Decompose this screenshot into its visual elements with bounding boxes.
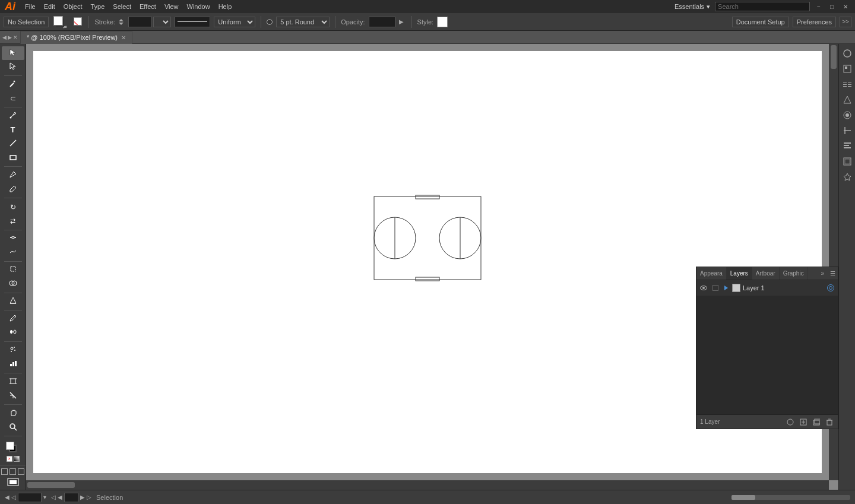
stroke-unit-dropdown[interactable] <box>153 17 171 27</box>
symbols-panel-button[interactable] <box>840 170 854 184</box>
appearance-tab[interactable]: Appeara <box>696 267 727 280</box>
menu-select[interactable]: Select <box>109 2 135 11</box>
blend-tool-button[interactable] <box>2 327 24 340</box>
symbol-sprayer-button[interactable] <box>2 344 24 357</box>
prev-page-button[interactable]: ◁ <box>11 494 16 500</box>
rectangle-tool-button[interactable] <box>2 151 24 165</box>
layer-lock[interactable] <box>711 283 720 293</box>
color-panel-button[interactable] <box>840 139 854 153</box>
layers-panel-more[interactable]: » <box>817 270 828 277</box>
vertical-scroll-thumb[interactable] <box>831 45 837 69</box>
tab-close-button[interactable]: ✕ <box>121 34 126 41</box>
new-sublayer-button[interactable] <box>799 417 808 427</box>
document-setup-button[interactable]: Document Setup <box>732 17 789 27</box>
tab-scroll-right[interactable]: ▶ <box>8 34 12 40</box>
pathfinder-panel-button[interactable] <box>840 123 854 138</box>
perspective-grid-button[interactable] <box>2 295 24 309</box>
artboard-tab[interactable]: Artboar <box>752 267 780 280</box>
layers-panel-menu[interactable]: ☰ <box>828 270 838 277</box>
page-back-button[interactable]: ◀ <box>58 494 62 500</box>
zoom-dropdown[interactable]: ▾ <box>43 494 46 500</box>
style-swatch[interactable] <box>437 17 448 27</box>
menu-object[interactable]: Object <box>60 2 86 11</box>
pencil-tool-button[interactable] <box>2 183 24 196</box>
transform-panel-button[interactable] <box>840 93 854 107</box>
magic-wand-button[interactable] <box>2 78 24 91</box>
navigator-panel-button[interactable] <box>840 62 854 76</box>
workspace-selector[interactable]: Essentials ▾ <box>674 3 710 11</box>
screen-mode[interactable] <box>7 478 19 487</box>
fill-color-swatch[interactable] <box>53 16 63 26</box>
swatches-panel-button[interactable] <box>840 154 854 169</box>
new-layer-button[interactable] <box>812 417 821 427</box>
menu-view[interactable]: View <box>161 2 182 11</box>
selection-tool-button[interactable] <box>2 46 24 60</box>
options-extra-button[interactable]: >> <box>840 17 851 27</box>
artboard-tool-button[interactable] <box>2 375 24 389</box>
tab-close-all[interactable]: ✕ <box>13 34 18 40</box>
page-end-button[interactable]: ▷ <box>87 494 91 500</box>
menu-window[interactable]: Window <box>183 2 214 11</box>
default-colors[interactable] <box>14 456 20 462</box>
appearance-panel-button[interactable] <box>840 46 854 61</box>
text-tool-button[interactable]: T <box>2 123 24 137</box>
align-panel-button[interactable] <box>840 108 854 122</box>
minimize-button[interactable]: − <box>815 4 823 10</box>
first-page-button[interactable]: ◀ <box>5 494 10 500</box>
delete-layer-button[interactable] <box>825 417 834 427</box>
page-number-input[interactable]: 1 <box>64 493 78 502</box>
menu-type[interactable]: Type <box>87 2 109 11</box>
zoom-input[interactable]: 100% <box>18 493 42 502</box>
stroke-type-dropdown[interactable]: Uniform <box>214 17 255 27</box>
hand-tool-button[interactable] <box>2 407 24 420</box>
free-transform-button[interactable] <box>2 264 24 277</box>
horizontal-scroll-thumb[interactable] <box>27 482 75 488</box>
preferences-button[interactable]: Preferences <box>793 17 836 27</box>
layer-visibility-toggle[interactable] <box>699 283 708 293</box>
menu-help[interactable]: Help <box>215 2 236 11</box>
menu-edit[interactable]: Edit <box>40 2 59 11</box>
brush-size-dropdown[interactable]: 5 pt. Round <box>276 17 330 27</box>
opacity-expand-icon[interactable]: ▶ <box>399 18 406 26</box>
paintbrush-tool-button[interactable] <box>2 169 24 182</box>
menu-file[interactable]: File <box>21 2 39 11</box>
line-tool-button[interactable] <box>2 137 24 151</box>
menu-effect[interactable]: Effect <box>136 2 160 11</box>
close-button[interactable]: ✕ <box>841 4 850 10</box>
none-indicator[interactable]: × <box>7 456 12 462</box>
width-tool-button[interactable] <box>2 232 24 245</box>
reflect-tool-button[interactable]: ⇄ <box>2 214 24 228</box>
slice-tool-button[interactable] <box>2 389 24 403</box>
layers-tab[interactable]: Layers <box>727 267 752 280</box>
direct-selection-tool-button[interactable] <box>2 61 24 74</box>
horizontal-scrollbar[interactable] <box>26 480 829 490</box>
warp-tool-button[interactable] <box>2 246 24 259</box>
fill-stroke-bottom[interactable] <box>5 440 21 454</box>
pen-tool-button[interactable] <box>2 109 24 123</box>
page-start-button[interactable]: ◁ <box>51 494 56 500</box>
make-clipping-mask-button[interactable] <box>786 417 795 427</box>
page-forward-button[interactable]: ▶ <box>80 494 85 500</box>
restore-button[interactable]: □ <box>828 4 836 10</box>
rotate-tool-button[interactable]: ↻ <box>2 200 24 214</box>
zoom-tool-button[interactable] <box>2 421 24 435</box>
graphic-tab[interactable]: Graphic <box>780 267 808 280</box>
document-tab[interactable]: * @ 100% (RGB/Pixel Preview) ✕ <box>20 31 132 44</box>
info-panel-button[interactable] <box>840 77 854 91</box>
layer-target[interactable] <box>826 283 835 293</box>
normal-mode[interactable] <box>1 468 8 475</box>
stroke-spinners[interactable] <box>119 18 127 26</box>
inside-mode[interactable] <box>18 468 24 475</box>
stroke-width-input[interactable]: 1 pt <box>128 17 152 27</box>
opacity-input[interactable]: 100% <box>369 17 395 27</box>
fill-bottom-swatch[interactable] <box>6 442 14 450</box>
column-graph-button[interactable] <box>2 358 24 372</box>
lasso-tool-button[interactable]: ⊂ <box>2 92 24 106</box>
behind-mode[interactable] <box>10 468 16 475</box>
search-input[interactable] <box>715 2 810 11</box>
tab-scroll-left[interactable]: ◀ <box>2 34 7 40</box>
shape-builder-button[interactable] <box>2 277 24 291</box>
fill-stroke-selector[interactable]: ⇄ <box>52 15 68 29</box>
eyedropper-button[interactable] <box>2 312 24 326</box>
horizontal-scroll-status[interactable] <box>732 495 850 500</box>
